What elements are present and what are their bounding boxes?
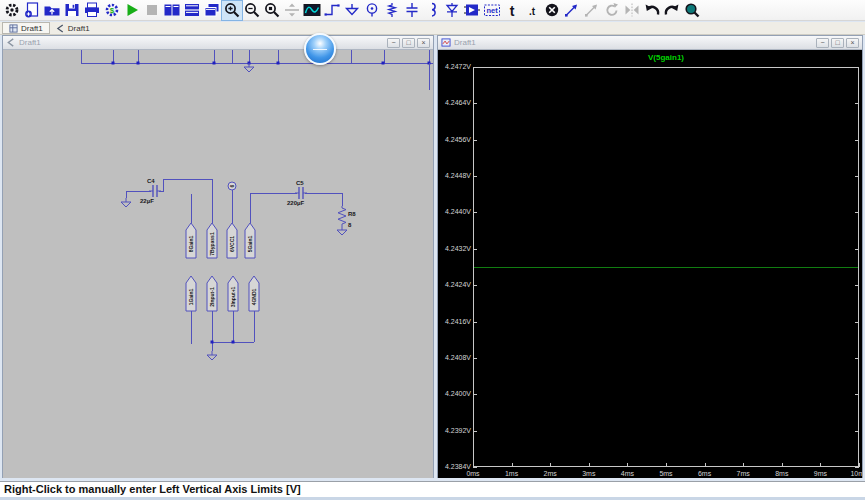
zoom-full-extents-button[interactable] [262,1,282,20]
x-axis-label[interactable]: 2ms [535,470,565,477]
y-axis-label[interactable]: 4.2456V [438,136,471,143]
restore-button[interactable]: □ [831,38,844,48]
node-label-6[interactable]: 6 [228,182,236,190]
place-resistor-button[interactable] [382,1,402,20]
tile-vertical-button[interactable] [162,1,182,20]
x-axis-label[interactable]: 6ms [690,470,720,477]
tab-bar: Draft1Draft1 [0,22,865,35]
x-axis-label[interactable]: 5ms [651,470,681,477]
net-flag-8Gain1[interactable]: 8Gain1 [186,223,196,258]
component-value: 220µF [287,200,304,206]
place-text-button[interactable]: t [502,1,522,20]
y-axis-label[interactable]: 4.2472V [438,63,471,70]
y-tick-mark [855,431,859,432]
print-button[interactable] [82,1,102,20]
close-button[interactable]: × [846,38,859,48]
run-simulation-button[interactable] [122,1,142,20]
trace-V(5gain1)[interactable] [474,267,858,268]
y-tick-mark [473,103,477,104]
waveform-window-titlebar[interactable]: Draft1 −□× [438,36,862,50]
halt-simulation-button[interactable] [142,1,162,20]
net-flag-3Input+1[interactable]: 3Input+1 [228,276,238,311]
restore-button[interactable]: □ [402,38,415,48]
x-tick-mark [627,463,628,467]
ground-symbol[interactable] [337,226,347,235]
place-inductor-button[interactable] [422,1,442,20]
close-button[interactable]: × [417,38,430,48]
find-button[interactable] [682,1,702,20]
view-netlist-button[interactable]: net [482,1,502,20]
y-axis-label[interactable]: 4.2384V [438,463,471,470]
tab-draft1-waveform[interactable]: Draft1 [50,22,96,34]
x-axis-label[interactable]: 1ms [497,470,527,477]
net-flag-2Input-1[interactable]: 2Input-1 [207,276,217,311]
spice-directive-button[interactable]: .t [522,1,542,20]
place-diode-button[interactable] [442,1,462,20]
x-axis-label[interactable]: 10ms [844,470,862,477]
x-axis-label[interactable]: 0ms [458,470,488,477]
y-axis-label[interactable]: 4.2448V [438,172,471,179]
net-flag-1Gain1[interactable]: 1Gain1 [186,276,196,311]
minimize-button[interactable]: − [387,38,400,48]
ground-symbol[interactable] [121,198,131,207]
zoom-in-button[interactable] [222,1,242,20]
net-flag-7Bypass1[interactable]: 7Bypass1 [207,223,217,258]
control-panel-button[interactable]: $ [102,1,122,20]
place-capacitor-button[interactable] [402,1,422,20]
y-axis-label[interactable]: 4.2416V [438,318,471,325]
redo-button[interactable] [662,1,682,20]
x-axis-label[interactable]: 7ms [728,470,758,477]
ground-symbol[interactable] [207,351,217,360]
tab-draft1-schematic[interactable]: Draft1 [2,22,50,34]
place-ground-button[interactable] [342,1,362,20]
minimize-button[interactable]: − [816,38,829,48]
move-mode-button[interactable] [562,1,582,20]
mirror-button[interactable] [622,1,642,20]
ground-symbol[interactable] [244,63,254,72]
trace-legend[interactable]: V(5gain1) [473,53,859,62]
net-flag-5Gain1[interactable]: 5Gain1 [245,223,255,258]
svg-text:.t: .t [529,6,536,17]
x-axis-label[interactable]: 4ms [612,470,642,477]
y-axis-label[interactable]: 4.2432V [438,245,471,252]
waveform-viewer-button[interactable] [302,1,322,20]
y-axis-label[interactable]: 4.2464V [438,99,471,106]
y-axis-label[interactable]: 4.2392V [438,427,471,434]
open-file-button[interactable] [42,1,62,20]
rotate-button[interactable] [602,1,622,20]
waveform-plot[interactable]: V(5gain1) 4.2472V4.2464V4.2456V4.2448V4.… [438,50,862,478]
net-flag-6VCC1[interactable]: 6VCC1 [227,223,237,258]
y-axis-label[interactable]: 4.2400V [438,390,471,397]
delete-mode-button[interactable] [542,1,562,20]
schematic-canvas[interactable]: C422µFC5220µFR8868Gain17Bypass16VCC15Gai… [3,50,433,478]
resistor-R8[interactable]: R88 [338,206,356,228]
label-net-button[interactable] [362,1,382,20]
power-bus[interactable] [81,50,433,65]
plot-doc-icon [441,38,451,47]
junction-dot [277,62,280,65]
drag-mode-button[interactable] [582,1,602,20]
x-axis-label[interactable]: 3ms [574,470,604,477]
schematic-window-titlebar[interactable]: Draft1 −□× [3,36,433,50]
place-component-button[interactable] [462,1,482,20]
waveform-viewer-icon [303,2,321,18]
save-button[interactable] [62,1,82,20]
y-axis-label[interactable]: 4.2424V [438,281,471,288]
tile-horizontal-button[interactable] [182,1,202,20]
wire[interactable] [250,193,297,223]
settings-gear-button[interactable] [2,1,22,20]
undo-button[interactable] [642,1,662,20]
draw-wire-button[interactable] [322,1,342,20]
wire[interactable] [159,179,212,223]
cascade-windows-button[interactable] [202,1,222,20]
y-axis-label[interactable]: 4.2408V [438,354,471,361]
y-axis-label[interactable]: 4.2440V [438,208,471,215]
x-axis-label[interactable]: 9ms [805,470,835,477]
new-schematic-button[interactable] [22,1,42,20]
net-flag-4GND1[interactable]: 4GND1 [249,276,259,311]
x-axis-label[interactable]: 8ms [767,470,797,477]
zoom-out-button[interactable] [242,1,262,20]
wire[interactable] [305,193,342,206]
junction-dot [232,341,235,344]
pan-button[interactable] [282,1,302,20]
